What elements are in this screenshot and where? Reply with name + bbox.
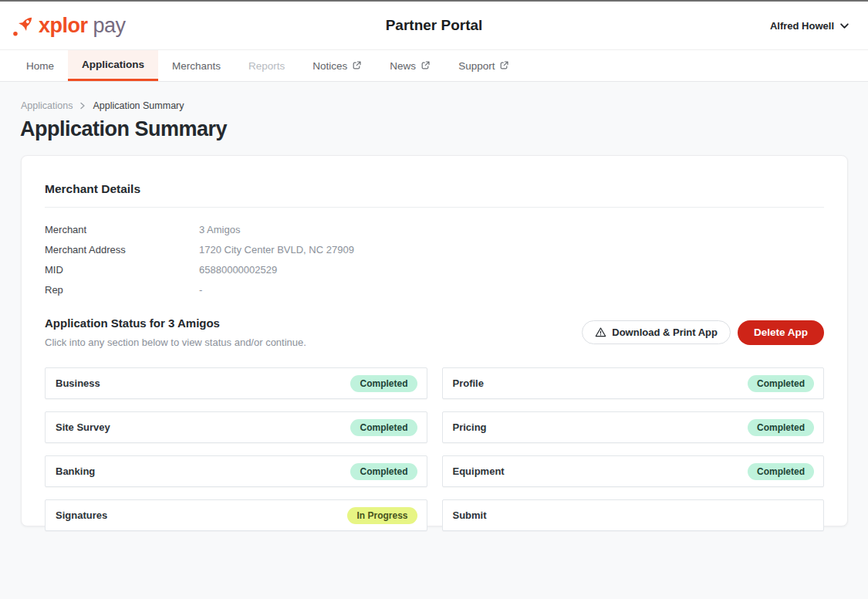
warning-triangle-icon bbox=[595, 327, 606, 338]
detail-row-rep: Rep - bbox=[45, 283, 824, 296]
external-link-icon bbox=[352, 60, 362, 70]
detail-value: 3 Amigos bbox=[199, 223, 240, 236]
tile-submit[interactable]: Submit bbox=[442, 499, 825, 531]
status-badge: In Progress bbox=[347, 507, 417, 524]
nav-item-news[interactable]: News bbox=[376, 50, 444, 81]
tile-banking[interactable]: Banking Completed bbox=[45, 455, 427, 487]
user-name: Alfred Howell bbox=[770, 20, 834, 32]
divider bbox=[45, 207, 824, 208]
user-menu[interactable]: Alfred Howell bbox=[770, 20, 849, 32]
external-link-icon bbox=[420, 60, 431, 70]
detail-row-mid: MID 65880000002529 bbox=[45, 263, 824, 276]
delete-app-button[interactable]: Delete App bbox=[738, 320, 824, 345]
application-status-subtext: Click into any section below to view sta… bbox=[45, 337, 306, 348]
application-status-header: Application Status for 3 Amigos Click in… bbox=[45, 316, 824, 348]
main-nav: Home Applications Merchants Reports Noti… bbox=[0, 49, 868, 82]
nav-item-reports[interactable]: Reports bbox=[235, 50, 299, 81]
logo-suffix-text: pay bbox=[93, 14, 126, 38]
status-badge: Completed bbox=[748, 375, 814, 392]
nav-item-applications[interactable]: Applications bbox=[68, 50, 158, 81]
tile-site-survey[interactable]: Site Survey Completed bbox=[45, 411, 427, 443]
logo-brand-text: xplor bbox=[39, 14, 88, 38]
merchant-details-heading: Merchant Details bbox=[45, 182, 824, 196]
external-link-icon bbox=[499, 60, 509, 70]
detail-label: Merchant bbox=[45, 223, 199, 236]
nav-item-home[interactable]: Home bbox=[12, 50, 68, 81]
tile-signatures[interactable]: Signatures In Progress bbox=[45, 499, 427, 531]
nav-item-notices[interactable]: Notices bbox=[299, 50, 376, 81]
detail-row-merchant-address: Merchant Address 1720 City Center BVLD, … bbox=[45, 243, 824, 256]
detail-value: 1720 City Center BVLD, NC 27909 bbox=[199, 243, 354, 256]
application-status-heading: Application Status for 3 Amigos bbox=[45, 316, 306, 330]
status-badge: Completed bbox=[350, 419, 417, 436]
app-header: xplor pay Partner Portal Alfred Howell bbox=[0, 2, 868, 49]
chevron-down-icon bbox=[839, 21, 849, 31]
tile-equipment[interactable]: Equipment Completed bbox=[442, 455, 825, 487]
status-badge: Completed bbox=[748, 419, 814, 436]
portal-title: Partner Portal bbox=[0, 17, 868, 34]
xplor-pay-logo[interactable]: xplor pay bbox=[11, 12, 126, 39]
page-title: Application Summary bbox=[0, 111, 868, 141]
download-print-app-button[interactable]: Download & Print App bbox=[582, 320, 731, 344]
detail-value: - bbox=[199, 283, 202, 296]
status-badge: Completed bbox=[350, 463, 417, 480]
detail-label: MID bbox=[45, 263, 199, 276]
detail-label: Rep bbox=[45, 283, 199, 296]
detail-row-merchant: Merchant 3 Amigos bbox=[45, 223, 824, 236]
tile-profile[interactable]: Profile Completed bbox=[442, 367, 825, 399]
rocket-icon bbox=[11, 12, 37, 39]
breadcrumb: Applications Application Summary bbox=[0, 82, 868, 111]
breadcrumb-applications[interactable]: Applications bbox=[21, 100, 73, 111]
chevron-right-icon bbox=[79, 102, 86, 110]
tile-pricing[interactable]: Pricing Completed bbox=[442, 411, 825, 443]
main-content: Applications Application Summary Applica… bbox=[0, 82, 868, 599]
nav-item-merchants[interactable]: Merchants bbox=[158, 50, 235, 81]
tile-business[interactable]: Business Completed bbox=[45, 367, 427, 399]
application-summary-card: Merchant Details Merchant 3 Amigos Merch… bbox=[21, 155, 848, 526]
detail-label: Merchant Address bbox=[45, 243, 199, 256]
status-badge: Completed bbox=[350, 375, 417, 392]
breadcrumb-current: Application Summary bbox=[93, 100, 184, 111]
status-tiles-grid: Business Completed Profile Completed Sit… bbox=[45, 367, 824, 531]
status-badge: Completed bbox=[748, 463, 814, 480]
detail-value: 65880000002529 bbox=[199, 263, 277, 276]
nav-item-support[interactable]: Support bbox=[444, 50, 523, 81]
